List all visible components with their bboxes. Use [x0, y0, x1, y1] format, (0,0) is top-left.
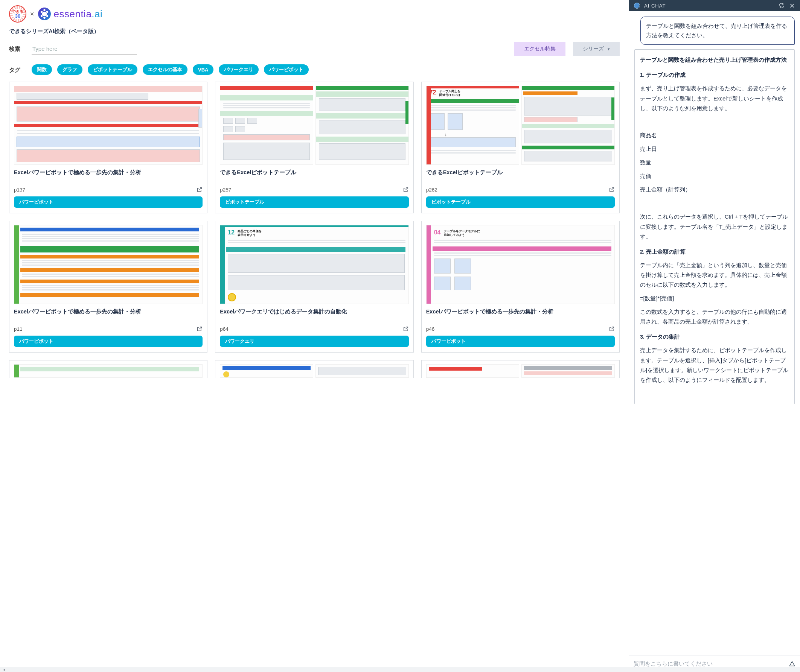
thumb-lesson-number: 12: [228, 229, 234, 236]
result-card[interactable]: 04 テーブルをデータモデルに 追加してみよう Excelパワーピボットで極める…: [421, 221, 620, 352]
external-link-icon: [609, 187, 615, 193]
ai-paragraph: この数式を入力すると、テーブルの他の行にも自動的に適用され、各商品の売上金額が計…: [640, 307, 789, 326]
ai-column-item: 数量: [640, 158, 789, 168]
tag-pill[interactable]: ピボットテーブル: [88, 64, 138, 75]
brand-word-b: .ai: [91, 8, 103, 19]
result-thumbnail: 04 テーブルをデータモデルに 追加してみよう: [426, 225, 615, 304]
result-thumbnail: [14, 86, 202, 165]
result-tag: パワーピボット: [14, 336, 202, 347]
scroll-left-icon[interactable]: ◂: [2, 667, 6, 672]
result-card[interactable]: [215, 360, 414, 378]
results-grid: Excelパワーピボットで極める一歩先の集計・分析 p137 パワーピボット: [9, 82, 620, 378]
external-link-icon: [197, 187, 202, 193]
result-card[interactable]: Excelパワーピボットで極める一歩先の集計・分析 p11 パワーピボット: [9, 221, 207, 352]
result-thumbnail: [220, 86, 409, 165]
refresh-icon[interactable]: [778, 2, 785, 9]
horizontal-scrollbar[interactable]: ◂: [0, 667, 800, 672]
search-row: 検索 エクセル特集 シリーズ ▾: [9, 42, 620, 56]
tags-label: タグ: [9, 64, 24, 74]
close-icon[interactable]: [789, 2, 795, 9]
tag-pill-list: 関数 グラフ ピボットテーブル エクセルの基本 VBA パワークエリ パワーピボ…: [32, 64, 309, 75]
ai-heading: 2. 売上金額の計算: [640, 247, 789, 257]
tag-pill[interactable]: グラフ: [57, 64, 82, 75]
essentia-mark-icon: [38, 8, 51, 20]
ai-paragraph: まず、売り上げ管理表を作成するために、必要なデータをテーブルとして整理します。E…: [640, 83, 789, 113]
ai-column-item: 売上日: [640, 144, 789, 154]
result-page: p262: [426, 187, 438, 193]
result-thumbnail: [426, 364, 615, 378]
result-card[interactable]: [421, 360, 620, 378]
result-title: Excelパワークエリではじめるデータ集計の自動化: [220, 308, 409, 323]
result-tag: パワーピボット: [14, 197, 202, 208]
result-page: p64: [220, 326, 229, 332]
chat-body[interactable]: テーブルと関数を組み合わせて、売り上げ管理表を作る方法を教えてください。 テーブ…: [629, 11, 800, 655]
ai-paragraph: テーブル内に「売上金額」という列を追加し、数量と売価を掛け算して売上金額を求めま…: [640, 260, 789, 290]
thumb-lesson-title: 表示させよう: [237, 233, 256, 237]
search-pane: できる 30 × essentia.ai できるシリーズAI検索（ベータ版） 検…: [0, 0, 629, 672]
result-tag: パワーピボット: [426, 336, 615, 347]
result-tag: ピボットテーブル: [220, 197, 409, 208]
result-page: p11: [14, 326, 22, 332]
ai-heading: テーブルと関数を組み合わせた売り上げ管理表の作成方法: [640, 55, 789, 65]
result-card[interactable]: Excelパワーピボットで極める一歩先の集計・分析 p137 パワーピボット: [9, 82, 207, 213]
result-tag: パワークエリ: [220, 336, 409, 347]
badge-number: 30: [15, 14, 20, 18]
thumb-lesson-title: 追加してみよう: [444, 233, 465, 237]
chevron-down-icon: ▾: [608, 46, 610, 51]
tag-pill[interactable]: VBA: [193, 64, 213, 75]
result-thumbnail: 72 テーブル同士を 関連付けるには ↓: [426, 86, 615, 165]
result-thumbnail: 12 商品ごとの単価を 表示させよう: [220, 225, 409, 304]
thumb-lesson-title: 関連付けるには: [439, 93, 460, 97]
topic-filter-button[interactable]: エクセル特集: [514, 42, 566, 56]
external-link-icon: [403, 326, 409, 332]
result-card[interactable]: 12 商品ごとの単価を 表示させよう Excelパワークエリではじめるデータ集計…: [215, 221, 414, 352]
result-title: Excelパワーピボットで極める一歩先の集計・分析: [14, 308, 202, 323]
result-page: p257: [220, 187, 231, 193]
external-link-icon: [403, 187, 409, 193]
result-card[interactable]: できるExcelピボットテーブル p257 ピボットテーブル: [215, 82, 414, 213]
send-icon[interactable]: [789, 660, 795, 667]
result-page: p137: [14, 187, 25, 193]
brand-logos: できる 30 × essentia.ai: [9, 4, 620, 25]
result-title: できるExcelピボットテーブル: [220, 168, 409, 184]
ai-chat-panel: AI CHAT テーブルと関数を組み合わせて、売り上げ管理表を作る方法を教えてく…: [629, 0, 800, 672]
globe-icon: [633, 2, 640, 9]
ai-paragraph: 売上データを集計するために、ピボットテーブルを作成します。テーブルを選択し、[挿…: [640, 346, 789, 384]
topic-filter-label: エクセル特集: [524, 46, 556, 52]
brand-word-a: essentia: [54, 8, 92, 19]
external-link-icon: [197, 326, 202, 332]
result-thumbnail: [14, 225, 202, 304]
result-card[interactable]: 72 テーブル同士を 関連付けるには ↓: [421, 82, 620, 213]
tag-pill[interactable]: パワーピボット: [264, 64, 309, 75]
result-card[interactable]: [9, 360, 207, 378]
page-title: できるシリーズAI検索（ベータ版）: [9, 28, 620, 35]
essentia-wordmark: essentia.ai: [54, 8, 103, 20]
tag-pill[interactable]: パワークエリ: [219, 64, 259, 75]
series-dropdown-button[interactable]: シリーズ ▾: [573, 42, 620, 56]
ai-column-item: 売価: [640, 171, 789, 181]
badge-text: できる: [12, 10, 23, 14]
result-thumbnail: [220, 364, 409, 378]
ai-heading: 1. テーブルの作成: [640, 70, 789, 80]
ai-heading: 3. データの集計: [640, 332, 789, 342]
dekiru-badge: できる 30: [9, 5, 26, 22]
brand-cross: ×: [30, 10, 34, 18]
chat-title: AI CHAT: [644, 3, 774, 9]
tag-pill[interactable]: エクセルの基本: [143, 64, 188, 75]
ai-column-item: 売上金額（計算列）: [640, 185, 789, 195]
result-thumbnail: [14, 364, 202, 378]
series-dropdown-label: シリーズ: [583, 46, 604, 52]
thumb-lesson-number: 04: [434, 229, 441, 236]
ai-formula: =[数量]*[売価]: [640, 293, 789, 303]
search-input[interactable]: [32, 43, 137, 54]
external-link-icon: [609, 326, 615, 332]
tags-row: タグ 関数 グラフ ピボットテーブル エクセルの基本 VBA パワークエリ パワ…: [9, 64, 620, 75]
result-title: Excelパワーピボットで極める一歩先の集計・分析: [14, 168, 202, 184]
result-title: できるExcelピボットテーブル: [426, 168, 615, 184]
tag-pill[interactable]: 関数: [32, 64, 52, 75]
ai-paragraph: 次に、これらのデータを選択し、Ctrl + Tを押してテーブルに変換します。テー…: [640, 212, 789, 241]
search-label: 検索: [9, 46, 24, 53]
essentia-logo: essentia.ai: [38, 8, 103, 20]
result-page: p46: [426, 326, 435, 332]
chat-ai-message: テーブルと関数を組み合わせた売り上げ管理表の作成方法 1. テーブルの作成 まず…: [634, 49, 795, 404]
